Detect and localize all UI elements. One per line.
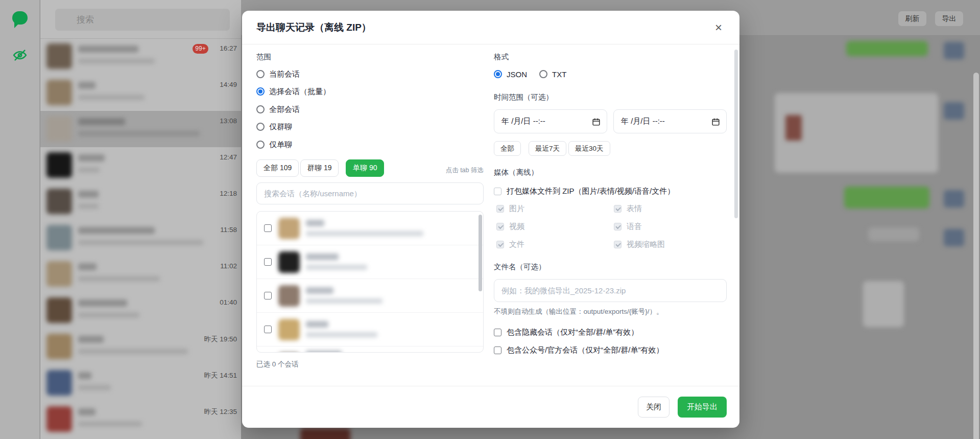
radio-label: JSON [507,70,527,79]
contact-name-blurred [78,154,105,161]
preset-all-button[interactable]: 全部 [494,141,521,156]
preset-7days-button[interactable]: 最近7天 [529,141,566,156]
chat-list-panel: 99+ 16:27 14:49 13:08 12:47 12:18 [40,0,241,439]
chat-list-item[interactable]: 99+ 16:27 [40,38,241,75]
checkbox[interactable] [494,346,501,354]
chat-search-input[interactable] [55,9,230,31]
chat-list-item[interactable]: 昨天 14:51 [40,365,241,401]
conversation-row[interactable] [257,212,483,245]
contact-name-blurred [78,82,95,89]
preset-30days-button[interactable]: 最近30天 [568,141,610,156]
tab-all[interactable]: 全部 109 [256,159,299,177]
checkbox-label: 语音 [627,222,642,232]
refresh-button[interactable]: 刷新 [898,11,926,26]
chat-list-item[interactable]: 昨天 12:35 [40,401,241,437]
message-preview-blurred [78,95,145,100]
checkbox[interactable] [264,326,272,333]
checkbox[interactable] [264,258,272,266]
dialog-footer: 关闭 开始导出 [242,386,739,428]
chat-list-item[interactable]: 12:18 [40,183,241,220]
unread-badge: 99+ [193,44,208,54]
thumbnail-blurred [785,115,802,141]
radio-singles-only[interactable]: 仅单聊 [256,139,292,150]
chat-list-item[interactable]: 12:47 [40,147,241,183]
radio-format-json[interactable]: JSON [494,68,527,80]
avatar [46,261,72,287]
message-preview-blurred [78,385,111,390]
message-bubble-blurred [868,227,919,241]
checkbox-label: 视频 [509,222,524,232]
chat-list-item[interactable]: 01:40 [40,292,241,329]
conversation-row[interactable] [257,313,483,346]
include-official-checkbox-row[interactable]: 包含公众号/官方会话（仅对“全部/群/单”有效） [494,345,664,355]
radio-icon-selected [256,87,265,96]
chat-list-item[interactable]: 11:02 [40,256,241,292]
checkbox[interactable] [494,188,501,195]
checkbox-label: 包含公众号/官方会话（仅对“全部/群/单”有效） [507,345,664,355]
pack-media-checkbox-row[interactable]: 打包媒体文件到 ZIP（图片/表情/视频/语音/文件） [494,186,675,196]
sent-message-bubble-blurred [844,187,929,209]
contact-name-blurred [78,408,95,415]
radio-label: 全部会话 [269,105,300,114]
close-button[interactable]: 关闭 [638,397,670,418]
include-hidden-checkbox-row[interactable]: 包含隐藏会话（仅对“全部/群/单”有效） [494,327,638,337]
list-scrollbar[interactable] [479,215,482,291]
chat-list-item[interactable]: 14:49 [40,75,241,111]
message-preview-blurred [78,167,100,173]
radio-format-txt[interactable]: TXT [539,68,566,80]
avatar-blurred [944,190,964,207]
radio-label: 选择会话（批量） [269,87,330,97]
tab-singles[interactable]: 单聊 90 [346,159,384,177]
conversation-row[interactable] [257,245,483,279]
username-blurred [306,231,423,236]
name-blurred [306,287,333,294]
checkbox[interactable] [494,329,501,336]
scope-heading: 范围 [256,52,271,62]
radio-all-conversations[interactable]: 全部会话 [256,104,300,115]
conversation-row[interactable] [257,279,483,313]
radio-current-conversation[interactable]: 当前会话 [256,68,300,80]
chat-bubble-icon[interactable] [12,11,28,27]
scope-column: 范围 当前会话 选择会话（批量） 全部会话 仅群聊 [256,44,484,386]
message-preview-blurred [78,203,99,209]
avatar [46,370,72,396]
name-blurred [306,321,328,328]
filename-input[interactable] [494,279,727,302]
eye-off-icon[interactable] [12,48,28,63]
close-icon[interactable]: × [710,19,727,36]
checkbox[interactable] [264,224,272,232]
chat-time: 昨天 14:51 [204,371,237,380]
radio-groups-only[interactable]: 仅群聊 [256,121,292,132]
dialog-scrollbar[interactable] [734,50,738,218]
chat-time: 01:40 [220,298,237,306]
avatar [46,43,72,69]
start-datetime-input[interactable]: 年 /月/日 --:-- [494,109,607,133]
conversation-search-input[interactable] [256,182,484,204]
message-preview-blurred [78,312,139,318]
sent-message-bubble-blurred [846,41,928,56]
export-button[interactable]: 导出 [935,11,963,26]
contact-name-blurred [78,299,127,307]
chat-list-item-selected[interactable]: 13:08 [40,111,241,147]
chat-list-item[interactable]: 11:58 [40,220,241,256]
calendar-icon[interactable] [592,118,601,126]
media-card-blurred [863,281,904,327]
media-heading: 媒体（离线） [494,168,538,177]
avatar [46,334,72,359]
avatar-blurred [944,102,964,120]
chat-time: 16:27 [220,44,237,52]
media-type-videos: 视频 [496,221,524,232]
radio-icon [256,123,265,131]
checkbox[interactable] [264,292,272,299]
chat-list-item[interactable]: 昨天 19:50 [40,329,241,365]
radio-select-conversations[interactable]: 选择会话（批量） [256,86,330,97]
calendar-icon[interactable] [711,118,720,126]
start-export-button[interactable]: 开始导出 [678,397,727,418]
name-blurred [306,351,342,353]
checkbox-label: 表情 [627,204,642,214]
checkbox-disabled-checked [614,205,622,213]
chat-scrollbar[interactable] [973,73,979,439]
conversation-row[interactable] [257,346,483,353]
tab-groups[interactable]: 群聊 19 [300,159,339,177]
end-datetime-input[interactable]: 年 /月/日 --:-- [613,109,727,133]
